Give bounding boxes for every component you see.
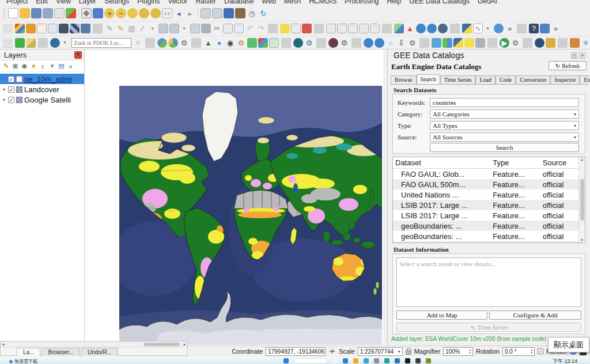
scrollbar-thumb[interactable] [144, 343, 180, 346]
current-edits-icon[interactable]: ✎ [105, 24, 115, 33]
new-3d-map-view-icon[interactable] [212, 8, 222, 18]
python-console-icon[interactable] [462, 24, 472, 33]
python-icon[interactable] [453, 38, 463, 48]
taskbar-clock[interactable]: 下午 12:14 [553, 358, 577, 364]
label-tool-icon[interactable] [326, 24, 336, 33]
menu-item[interactable]: Edit [32, 0, 52, 6]
search-button[interactable]: Search [430, 143, 579, 152]
delete-selected-icon[interactable] [201, 24, 211, 33]
menu-item[interactable]: Layer [75, 0, 100, 6]
gear-orange-icon[interactable]: ⚙ [236, 38, 246, 48]
taskbar-app-icon[interactable] [415, 358, 421, 363]
monitor-icon[interactable] [432, 38, 441, 48]
add-mesh-layer-icon[interactable] [59, 24, 69, 33]
gear2-icon[interactable]: ⚙ [407, 38, 417, 48]
new-project-icon[interactable] [8, 8, 18, 18]
add-raster-layer-icon[interactable] [70, 24, 80, 33]
globe-eye-icon[interactable] [535, 38, 544, 48]
globe-add-icon[interactable] [50, 38, 60, 48]
scale-combobox[interactable]: 1:226707744 ▾ [358, 347, 403, 356]
gear3-icon[interactable]: ⚙ [510, 38, 520, 48]
expander-icon[interactable]: ▾ [2, 87, 6, 92]
remove-layer-icon[interactable]: ▤ [57, 62, 66, 70]
dataset-row[interactable]: geoBoundaries: ... Feature... official [393, 221, 585, 231]
coordinate-input[interactable]: 17994927, -19134606 [266, 347, 326, 356]
label-tool-icon[interactable] [337, 24, 347, 33]
label-tool-icon[interactable] [359, 24, 369, 33]
toolbar-overflow[interactable]: » [551, 24, 561, 33]
tab-inspector[interactable]: Inspector [550, 75, 580, 84]
scroll-left-icon[interactable]: ◂ [1, 342, 6, 347]
map-canvas[interactable] [85, 50, 383, 346]
hcmgis-map-icon[interactable] [394, 24, 404, 33]
pan-map-icon[interactable]: ✥ [81, 8, 92, 18]
menu-item[interactable]: GEE Data Catalogs [405, 0, 474, 6]
zoom-to-layer-icon[interactable] [150, 8, 161, 18]
vertex-tool-icon[interactable] [169, 24, 179, 33]
rotation-spinbox[interactable]: 0.0 ° ▴▾ [502, 347, 535, 356]
topology-icon[interactable] [540, 24, 550, 33]
scroll-up-icon[interactable]: ▲ [580, 158, 584, 161]
label-pin-icon[interactable] [291, 24, 301, 33]
layer-visibility-checkbox[interactable]: ✓ [8, 86, 14, 93]
profile-tool-icon[interactable]: ∿ [473, 24, 483, 33]
comment-bubble-icon[interactable] [464, 38, 474, 48]
dropdown-caret[interactable]: ▾ [48, 62, 56, 70]
open-layer-styling-icon[interactable]: ✎ [2, 62, 10, 70]
zoom-full-extent-icon[interactable] [127, 8, 138, 18]
layer-visibility-checkbox[interactable]: ✓ [8, 76, 14, 82]
mouse-position-toggle-icon[interactable]: ✛ [328, 348, 336, 355]
dataset-details-textarea[interactable]: Select a search result to view details..… [396, 257, 581, 307]
redo-icon[interactable]: ↷ [256, 24, 266, 33]
add-to-map-button[interactable]: Add to Map [396, 310, 487, 320]
add-vector-tile-layer-icon[interactable] [81, 24, 90, 33]
tab-load[interactable]: Load [475, 75, 496, 84]
globe-binoculars-icon[interactable] [438, 24, 448, 33]
add-delimited-text-layer-icon[interactable] [37, 24, 47, 33]
dataset-row[interactable]: geoBoundaries... Feature... official [393, 241, 585, 243]
wrench-icon[interactable] [546, 38, 555, 48]
panel-overflow[interactable]: » [66, 62, 75, 70]
new-spatial-bookmark-icon[interactable] [224, 8, 234, 18]
menu-item[interactable]: HCMGIS [305, 0, 341, 6]
taskbar-app-icon[interactable] [426, 358, 431, 363]
menu-item[interactable]: Web [258, 0, 279, 6]
dataset-row[interactable]: United Nations ... Feature... official [393, 189, 585, 200]
label-tool-icon[interactable] [348, 24, 358, 33]
horizontal-scrollbar[interactable]: ◂ ▸ [1, 342, 187, 347]
time-series-button[interactable]: ∿ Time Series [396, 323, 581, 332]
filter-legend-icon[interactable]: ▼ [29, 62, 38, 70]
close-icon[interactable]: ✕ [579, 52, 585, 59]
play-circle-icon[interactable]: ▶ [500, 38, 509, 48]
zoom-in-icon[interactable]: + [104, 8, 115, 18]
dock-tab-undo[interactable]: Undo/R... [81, 348, 118, 356]
menu-item[interactable]: GeoAI [474, 0, 501, 6]
settings-gear-icon[interactable]: ⚙ [179, 38, 189, 48]
globe-compass-icon[interactable] [375, 38, 384, 48]
globe-add-layer-icon[interactable] [416, 24, 426, 33]
refresh-button[interactable]: ↻ Refresh [549, 61, 587, 70]
taskbar-app-icon[interactable] [332, 358, 338, 363]
taskbar-app-icon[interactable] [384, 358, 389, 363]
label-abc-icon[interactable] [280, 24, 290, 33]
tree-icon[interactable]: ▲ [203, 38, 213, 48]
download-icon[interactable]: ⇩ [396, 38, 406, 48]
scrollbar-track[interactable] [6, 342, 182, 347]
menu-item[interactable]: Database [220, 0, 258, 6]
clear-search-icon[interactable]: ✕ [133, 38, 143, 48]
zoom-native-resolution-icon[interactable]: 1:1 [162, 8, 172, 18]
category-select[interactable]: All Categories ▾ [430, 109, 579, 119]
earth-engine-globe-icon[interactable] [157, 38, 167, 48]
vertical-scrollbar[interactable]: ▲ ▼ [578, 157, 585, 242]
dataset-row[interactable]: LSIB 2017: Large ... Feature... official [393, 210, 585, 221]
hcmgis-h-icon[interactable] [442, 38, 452, 48]
spinner-arrows-icon[interactable]: ▴▾ [531, 348, 532, 354]
menu-item[interactable]: Plugins [133, 0, 164, 6]
undo-icon[interactable]: ↶ [245, 24, 255, 33]
water-drop-icon[interactable]: ● [214, 38, 224, 48]
globe-g-icon[interactable] [364, 38, 373, 48]
tab-conversion[interactable]: Conversion [516, 75, 550, 84]
manage-map-themes-icon[interactable]: ◉ [20, 62, 29, 70]
move-feature-icon[interactable] [158, 24, 168, 33]
lock-scale-icon[interactable] [406, 350, 411, 355]
